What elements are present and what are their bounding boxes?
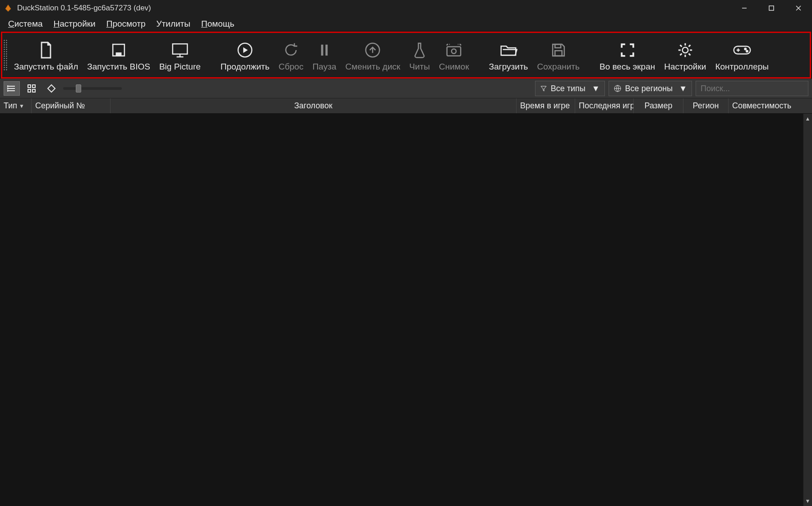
filter-icon: [540, 85, 547, 92]
save-icon: [550, 39, 567, 61]
toolbar-grip[interactable]: [3, 39, 8, 71]
menu-utilities-label: Утилиты: [157, 19, 190, 28]
window-controls: [731, 0, 812, 16]
reset-label: Сброс: [278, 62, 303, 72]
screenshot-label: Снимок: [439, 62, 469, 72]
col-type-label: Тип: [4, 101, 17, 111]
col-compat[interactable]: Совместимость: [729, 98, 803, 113]
scroll-gutter: [803, 98, 812, 113]
game-list: ▲ ▼: [0, 114, 812, 506]
scroll-up-icon[interactable]: ▲: [803, 114, 812, 124]
col-last-label: Последняя игр: [579, 101, 634, 111]
start-bios-label: Запустить BIOS: [87, 62, 150, 72]
screenshot-button[interactable]: Снимок: [434, 33, 474, 77]
globe-icon: [614, 84, 622, 93]
menu-utilities[interactable]: Утилиты: [152, 17, 195, 31]
titlebar: DuckStation 0.1-5485-gc6a57273 (dev): [0, 0, 812, 16]
col-last-played[interactable]: Последняя игр: [575, 98, 634, 113]
type-filter-combo[interactable]: Все типы ▼: [535, 81, 605, 96]
list-view-button[interactable]: [4, 81, 20, 96]
folder-open-icon: [499, 39, 517, 61]
svg-point-17: [682, 47, 688, 53]
refresh-icon: [282, 39, 300, 61]
close-button[interactable]: [785, 0, 812, 16]
sort-caret-icon: ▼: [19, 103, 24, 109]
cheats-button[interactable]: Читы: [405, 33, 434, 77]
region-filter-label: Все регионы: [625, 84, 673, 93]
col-time-label: Время в игре: [520, 101, 570, 111]
search-input[interactable]: [696, 81, 808, 96]
vertical-scrollbar[interactable]: ▲ ▼: [803, 114, 812, 506]
zoom-slider[interactable]: [63, 87, 122, 90]
col-serial[interactable]: Серийный №: [32, 98, 111, 113]
big-picture-button[interactable]: Big Picture: [155, 33, 205, 77]
file-icon: [38, 39, 54, 61]
menubar: Система Настройки Просмотр Утилиты Помощ…: [0, 16, 812, 32]
gamepad-icon: [732, 39, 752, 61]
menu-settings[interactable]: Настройки: [49, 17, 100, 31]
save-state-label: Сохранить: [537, 62, 580, 72]
svg-rect-1: [769, 6, 774, 10]
menu-settings-label: астройки: [60, 19, 95, 28]
resume-button[interactable]: Продолжить: [216, 33, 274, 77]
reset-button[interactable]: Сброс: [274, 33, 308, 77]
monitor-icon: [171, 39, 189, 61]
save-state-button[interactable]: Сохранить: [533, 33, 584, 77]
svg-point-27: [7, 88, 8, 89]
start-bios-button[interactable]: Запустить BIOS: [83, 33, 155, 77]
maximize-button[interactable]: [758, 0, 785, 16]
change-disc-button[interactable]: Сменить диск: [341, 33, 405, 77]
svg-point-26: [7, 86, 8, 87]
cheats-label: Читы: [409, 62, 430, 72]
change-disc-label: Сменить диск: [345, 62, 400, 72]
controllers-label: Контроллеры: [715, 62, 769, 72]
chevron-down-icon: ▼: [679, 84, 687, 93]
col-region-label: Регион: [693, 101, 719, 111]
play-circle-icon: [236, 39, 254, 61]
fullscreen-button[interactable]: Во весь экран: [595, 33, 660, 77]
window-title: DuckStation 0.1-5485-gc6a57273 (dev): [17, 4, 151, 13]
filter-bar: Все типы ▼ Все регионы ▼: [0, 79, 812, 98]
menu-help[interactable]: Помощь: [197, 17, 239, 31]
grid-view-button[interactable]: [23, 81, 40, 96]
zoom-slider-thumb[interactable]: [76, 84, 81, 93]
resume-label: Продолжить: [221, 62, 270, 72]
col-size[interactable]: Размер: [634, 98, 683, 113]
svg-rect-13: [447, 46, 461, 56]
svg-rect-30: [32, 85, 35, 88]
pause-button[interactable]: Пауза: [308, 33, 341, 77]
col-title[interactable]: Заголовок: [111, 98, 517, 113]
load-state-button[interactable]: Загрузить: [484, 33, 533, 77]
settings-label: Настройки: [664, 62, 706, 72]
start-file-button[interactable]: Запустить файл: [9, 33, 83, 77]
svg-rect-29: [28, 85, 31, 88]
svg-rect-18: [734, 46, 750, 54]
chevron-down-icon: ▼: [592, 84, 600, 93]
col-type[interactable]: Тип ▼: [0, 98, 32, 113]
main-toolbar: Запустить файл Запустить BIOS Big Pictur…: [1, 32, 811, 79]
game-table-header: Тип ▼ Серийный № Заголовок Время в игре …: [0, 98, 812, 114]
col-time-played[interactable]: Время в игре: [517, 98, 575, 113]
menu-view[interactable]: Просмотр: [102, 17, 150, 31]
disc-swap-icon: [364, 39, 381, 61]
gear-icon: [677, 39, 694, 61]
controllers-button[interactable]: Контроллеры: [710, 33, 773, 77]
region-filter-combo[interactable]: Все регионы ▼: [609, 81, 692, 96]
col-serial-label: Серийный №: [35, 101, 85, 111]
start-file-label: Запустить файл: [14, 62, 78, 72]
svg-rect-15: [555, 44, 561, 48]
scroll-down-icon[interactable]: ▼: [803, 496, 812, 506]
col-title-label: Заголовок: [294, 101, 332, 111]
col-region[interactable]: Регион: [683, 98, 729, 113]
tag-view-button[interactable]: [43, 81, 60, 96]
svg-point-28: [7, 90, 8, 91]
menu-system[interactable]: Система: [4, 17, 47, 31]
minimize-button[interactable]: [731, 0, 758, 16]
menu-help-label: омощь: [208, 19, 235, 28]
settings-button[interactable]: Настройки: [660, 33, 710, 77]
menu-system-label: истема: [14, 19, 43, 28]
svg-point-21: [744, 48, 746, 50]
fullscreen-icon: [619, 39, 636, 61]
svg-rect-6: [173, 44, 188, 54]
load-state-label: Загрузить: [489, 62, 528, 72]
